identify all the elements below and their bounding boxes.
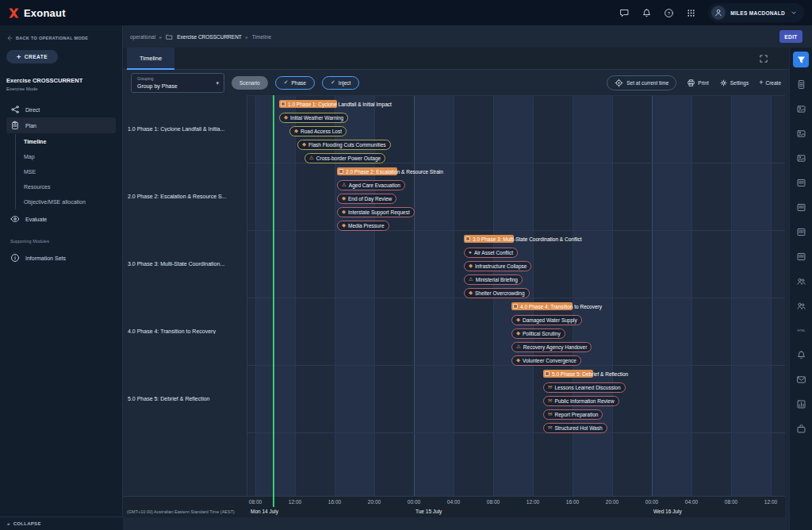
inject-chip-volunteer-convergence[interactable]: ◆Volunteer Convergence (511, 355, 581, 366)
rail-image-panel-1-button[interactable] (793, 101, 809, 117)
inject-chip-initial-weather-warning[interactable]: ◆Initial Weather Warning (279, 113, 348, 123)
inject-chip-public-information-review[interactable]: ✉Public Information Review (543, 396, 619, 406)
sidebar-subitem-resources[interactable]: Resources (24, 179, 116, 194)
inject-chip-recovery-agency-handover[interactable]: ⚠Recovery Agency Handover (511, 342, 592, 352)
user-menu[interactable]: MILES MACDONALD (708, 3, 804, 22)
brand[interactable]: Exonaut (8, 7, 66, 19)
inject-chip-lessons-learned-discussion[interactable]: ✉Lessons Learned Discussion (543, 382, 626, 393)
sidebar-subitem-mse[interactable]: MSE (24, 164, 116, 179)
diamond-icon: ◆ (342, 223, 346, 229)
inject-chip-air-asset-conflict[interactable]: ●Air Asset Conflict (464, 248, 518, 258)
time-tick-label: 20:00 (362, 499, 386, 505)
print-button[interactable]: Print (687, 79, 708, 87)
phase-bar-label[interactable]: 4.0 Phase 4: Transition to Recovery (513, 301, 602, 311)
inject-chip-end-of-day-review[interactable]: ◆End of Day Review (337, 194, 396, 204)
collapse-button[interactable]: « COLLAPSE (0, 517, 123, 530)
phase-filter-chip[interactable]: ✓ Phase (275, 76, 315, 90)
inject-chip-flash-flooding-cuts-communities[interactable]: ◆Flash Flooding Cuts Communities (297, 140, 391, 150)
rail-report-chart-button[interactable] (793, 396, 809, 412)
right-icon-rail: HTML (789, 48, 812, 530)
create-event-button[interactable]: + Create (759, 79, 781, 86)
grid-band (414, 96, 454, 496)
set-current-time-button[interactable]: Set at current time (607, 75, 676, 90)
inject-filter-chip[interactable]: ✓ Inject (322, 76, 359, 90)
sidebar-subitem-objective-mse-allocation[interactable]: Objective/MSE allocation (24, 194, 116, 209)
inject-chip-political-scrutiny[interactable]: ◆Political Scrutiny (511, 328, 565, 339)
html-icon: HTML (796, 325, 806, 336)
rail-document-button[interactable] (793, 76, 809, 92)
inject-chip-interstate-support-request[interactable]: ◆Interstate Support Request (337, 207, 415, 217)
mail-icon: ✉ (548, 412, 552, 417)
edit-button[interactable]: EDIT (779, 30, 802, 43)
inject-chip-structured-hot-wash[interactable]: ✉Structured Hot Wash (543, 423, 607, 433)
rail-image-panel-3-button[interactable] (793, 150, 809, 166)
inject-chip-damaged-water-supply[interactable]: ◆Damaged Water Supply (511, 315, 582, 325)
settings-button[interactable]: Settings (719, 79, 749, 87)
create-button[interactable]: + CREATE (6, 50, 58, 63)
sidebar-subitem-timeline[interactable]: Timeline (24, 134, 116, 149)
rail-html-button[interactable]: HTML (793, 322, 809, 338)
time-tick-label: 12:00 (759, 499, 783, 505)
inject-chip-infrastructure-collapse[interactable]: ◆Infrastructure Collapse (464, 261, 531, 271)
inject-chip-shelter-overcrowding[interactable]: ◆Shelter Overcrowding (464, 288, 530, 298)
phase-bar-label[interactable]: 2.0 Phase 2: Escalation & Resource Strai… (339, 167, 443, 176)
user-name: MILES MACDONALD (730, 10, 785, 16)
sidebar-subitem-map[interactable]: Map (24, 149, 116, 164)
phase-bar-label[interactable]: 3.0 Phase 3: Multi-State Coordination & … (465, 234, 582, 244)
print-label: Print (698, 80, 708, 86)
share-icon (10, 105, 20, 114)
sidebar-item-label: Information Sets (25, 255, 66, 261)
grouping-select[interactable]: Grouping Group by Phase ▾ (131, 73, 224, 93)
inject-chip-report-preparation[interactable]: ✉Report Preparation (543, 409, 603, 420)
rail-team-1-button[interactable] (793, 273, 809, 289)
rail-filter-button[interactable] (793, 52, 809, 67)
tab-timeline[interactable]: Timeline (127, 48, 174, 70)
inject-chip-cross-border-power-outage[interactable]: ⚠Cross-border Power Outage (304, 153, 385, 163)
rail-team-2-button[interactable] (793, 298, 809, 313)
rail-messages-button[interactable] (793, 371, 809, 387)
toolbar-right: Set at current time Print Settings + Cre… (607, 70, 781, 95)
inject-chip-road-access-lost[interactable]: ◆Road Access Lost (289, 126, 347, 136)
resources-bag-icon (796, 424, 806, 434)
timezone-label: (GMT+10:00) Australian Eastern Standard … (127, 509, 235, 514)
sidebar-item-plan[interactable]: Plan (6, 117, 116, 133)
fullscreen-icon[interactable] (759, 54, 768, 63)
inject-chip-ministerial-briefing[interactable]: ⚠Ministerial Briefing (464, 275, 523, 285)
grid-line (255, 96, 256, 496)
phase-bar-label[interactable]: 1.0 Phase 1: Cyclone Landfall & Initial … (281, 99, 392, 109)
apps-grid-icon[interactable] (686, 8, 696, 18)
breadcrumb-operational[interactable]: operational (130, 34, 155, 40)
back-to-operational-link[interactable]: BACK TO OPERATIONAL MODE (6, 35, 116, 41)
notifications-icon (796, 350, 806, 360)
sidebar-item-information-sets[interactable]: Information Sets (6, 250, 116, 266)
breadcrumb-current: Timeline (252, 34, 271, 40)
rail-card-list-3-button[interactable] (793, 224, 809, 240)
phase-bar-label[interactable]: 5.0 Phase 5: Debrief & Reflection (545, 369, 628, 378)
grid-band (255, 96, 295, 496)
phase-icon (513, 304, 518, 309)
grouping-value: Group by Phase (137, 83, 178, 89)
rail-card-list-4-button[interactable] (793, 248, 809, 264)
image-panel-2-icon (796, 129, 806, 139)
inject-chip-media-pressure[interactable]: ◆Media Pressure (337, 221, 389, 231)
timeline-toolbar: Grouping Group by Phase ▾ Scenario ✓ Pha… (123, 70, 789, 95)
rail-image-panel-2-button[interactable] (793, 125, 809, 141)
rail-card-list-2-button[interactable] (793, 199, 809, 215)
inject-chip-aged-care-evacuation[interactable]: ⚠Aged Care Evacuation (337, 180, 405, 190)
breadcrumb-exercise[interactable]: Exercise CROSSCURRENT (177, 34, 242, 40)
bell-icon[interactable] (642, 8, 652, 18)
timeline-grid: 1.0 Phase 1: Cyclone Landfall & Initial … (247, 95, 785, 496)
exonaut-logo-icon (8, 7, 20, 19)
help-icon[interactable]: ? (664, 8, 674, 18)
back-arrow-icon (6, 35, 13, 41)
rail-notifications-button[interactable] (793, 347, 809, 363)
rail-resources-bag-button[interactable] (793, 421, 809, 436)
sidebar-item-direct[interactable]: Direct (6, 102, 116, 117)
sidebar-item-evaluate[interactable]: Evaluate (6, 211, 116, 227)
current-time-line[interactable] (273, 95, 274, 507)
gear-icon (719, 79, 728, 87)
chat-icon[interactable] (619, 8, 630, 18)
rail-card-list-1-button[interactable] (793, 175, 809, 190)
scenario-chip[interactable]: Scenario (232, 76, 268, 90)
grid-line (652, 96, 653, 496)
